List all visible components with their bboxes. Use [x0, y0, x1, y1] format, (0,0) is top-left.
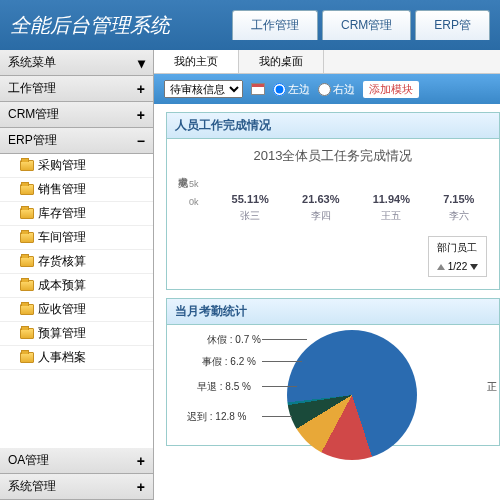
prev-icon[interactable] [437, 264, 445, 270]
next-icon[interactable] [470, 264, 478, 270]
pie-label-vacation: 休假 : 0.7 % [207, 333, 261, 347]
sidebar-group-label: ERP管理 [8, 132, 57, 149]
sidebar-item-budget[interactable]: 预算管理 [0, 322, 153, 346]
leader-line [262, 339, 307, 340]
sidebar-item-sales[interactable]: 销售管理 [0, 178, 153, 202]
sidebar-item-label: 车间管理 [38, 229, 86, 246]
sidebar: 系统菜单 ▾ 工作管理 + CRM管理 + ERP管理 − 采购管理 销售管理 … [0, 50, 154, 500]
app-header: 全能后台管理系统 工作管理 CRM管理 ERP管 [0, 0, 500, 50]
bar-col: 7.15%李六 [443, 193, 474, 223]
bar-category: 李六 [443, 209, 474, 223]
bar-category: 王五 [373, 209, 410, 223]
toolbar: 待审核信息 左边 右边 添加模块 [154, 74, 500, 104]
legend-pager: 1/22 [437, 261, 478, 272]
folder-icon [20, 160, 34, 171]
top-tab-erp[interactable]: ERP管 [415, 10, 490, 40]
sidebar-item-hr[interactable]: 人事档案 [0, 346, 153, 370]
bar-col: 55.11%张三 [232, 193, 269, 223]
pie-chart: 休假 : 0.7 % 事假 : 6.2 % 早退 : 8.5 % 迟到 : 12… [167, 325, 499, 445]
bar-value: 55.11% [232, 193, 269, 205]
sidebar-item-label: 应收管理 [38, 301, 86, 318]
sidebar-group-work[interactable]: 工作管理 + [0, 76, 153, 102]
sidebar-item-inventory[interactable]: 库存管理 [0, 202, 153, 226]
radio-label: 左边 [288, 82, 310, 97]
bar-chart: 2013全体员工任务完成情况 完成率 5k 0k 55.11%张三 21.63%… [167, 139, 499, 289]
bar-category: 张三 [232, 209, 269, 223]
panel-title: 人员工作完成情况 [167, 113, 499, 139]
position-left-radio[interactable]: 左边 [273, 82, 310, 97]
bar-col: 11.94%王五 [373, 193, 410, 223]
sidebar-item-stock-acct[interactable]: 存货核算 [0, 250, 153, 274]
pager-text: 1/22 [448, 261, 467, 272]
leader-line [262, 361, 302, 362]
sidebar-group-label: CRM管理 [8, 106, 59, 123]
bar-category: 李四 [302, 209, 339, 223]
expand-icon: + [137, 107, 145, 123]
filter-select[interactable]: 待审核信息 [164, 80, 243, 98]
legend-label: 部门员工 [437, 241, 478, 255]
pie-label-personal: 事假 : 6.2 % [202, 355, 256, 369]
folder-icon [20, 256, 34, 267]
folder-icon [20, 208, 34, 219]
y-tick: 5k [189, 179, 199, 197]
app-logo: 全能后台管理系统 [10, 12, 190, 39]
tab-my-home[interactable]: 我的主页 [154, 50, 239, 73]
expand-icon: + [137, 479, 145, 495]
panel-title: 当月考勤统计 [167, 299, 499, 325]
sidebar-group-label: OA管理 [8, 452, 49, 469]
sidebar-item-receivable[interactable]: 应收管理 [0, 298, 153, 322]
sidebar-item-label: 销售管理 [38, 181, 86, 198]
panel-staff-completion: 人员工作完成情况 2013全体员工任务完成情况 完成率 5k 0k 55.11%… [166, 112, 500, 290]
sidebar-item-cost-budget[interactable]: 成本预算 [0, 274, 153, 298]
folder-icon [20, 184, 34, 195]
sidebar-item-purchase[interactable]: 采购管理 [0, 154, 153, 178]
bar-value: 21.63% [302, 193, 339, 205]
top-nav-tabs: 工作管理 CRM管理 ERP管 [232, 10, 490, 40]
add-module-button[interactable]: 添加模块 [363, 81, 419, 98]
expand-icon: + [137, 453, 145, 469]
calendar-icon[interactable] [251, 83, 265, 95]
folder-icon [20, 232, 34, 243]
top-tab-work[interactable]: 工作管理 [232, 10, 318, 40]
sidebar-group-crm[interactable]: CRM管理 + [0, 102, 153, 128]
sidebar-item-label: 预算管理 [38, 325, 86, 342]
sidebar-group-oa[interactable]: OA管理 + [0, 448, 153, 474]
chevron-down-icon[interactable]: ▾ [138, 55, 145, 71]
collapse-icon: − [137, 133, 145, 149]
bar-value: 7.15% [443, 193, 474, 205]
sidebar-item-label: 成本预算 [38, 277, 86, 294]
leader-line [262, 416, 292, 417]
panel-attendance: 当月考勤统计 休假 : 0.7 % 事假 : 6.2 % 早退 : 8.5 % … [166, 298, 500, 446]
sidebar-item-label: 人事档案 [38, 349, 86, 366]
sidebar-group-label: 系统管理 [8, 478, 56, 495]
leader-line [262, 386, 297, 387]
sidebar-erp-items: 采购管理 销售管理 库存管理 车间管理 存货核算 成本预算 应收管理 预算管理 … [0, 154, 153, 370]
pie-label-late: 迟到 : 12.8 % [187, 410, 246, 424]
expand-icon: + [137, 81, 145, 97]
radio-label: 右边 [333, 82, 355, 97]
bar-value: 11.94% [373, 193, 410, 205]
y-tick: 0k [189, 197, 199, 215]
content-tabs: 我的主页 我的桌面 [154, 50, 500, 74]
bar-col: 21.63%李四 [302, 193, 339, 223]
sidebar-item-label: 采购管理 [38, 157, 86, 174]
sidebar-group-system[interactable]: 系统管理 + [0, 474, 153, 500]
pie-label-early: 早退 : 8.5 % [197, 380, 251, 394]
sidebar-title: 系统菜单 ▾ [0, 50, 153, 76]
sidebar-title-label: 系统菜单 [8, 54, 56, 71]
top-tab-crm[interactable]: CRM管理 [322, 10, 411, 40]
pie-graphic [287, 330, 417, 460]
chart-title: 2013全体员工任务完成情况 [175, 147, 491, 165]
sidebar-group-erp[interactable]: ERP管理 − [0, 128, 153, 154]
folder-icon [20, 352, 34, 363]
position-right-radio[interactable]: 右边 [318, 82, 355, 97]
chart-legend: 部门员工 1/22 [428, 236, 487, 277]
sidebar-item-label: 存货核算 [38, 253, 86, 270]
chart-bars: 55.11%张三 21.63%李四 11.94%王五 7.15%李六 [215, 193, 491, 223]
folder-icon [20, 280, 34, 291]
tab-my-desktop[interactable]: 我的桌面 [239, 50, 324, 73]
sidebar-item-workshop[interactable]: 车间管理 [0, 226, 153, 250]
pie-label-normal: 正 [487, 380, 497, 394]
y-ticks: 5k 0k [189, 179, 199, 215]
folder-icon [20, 328, 34, 339]
